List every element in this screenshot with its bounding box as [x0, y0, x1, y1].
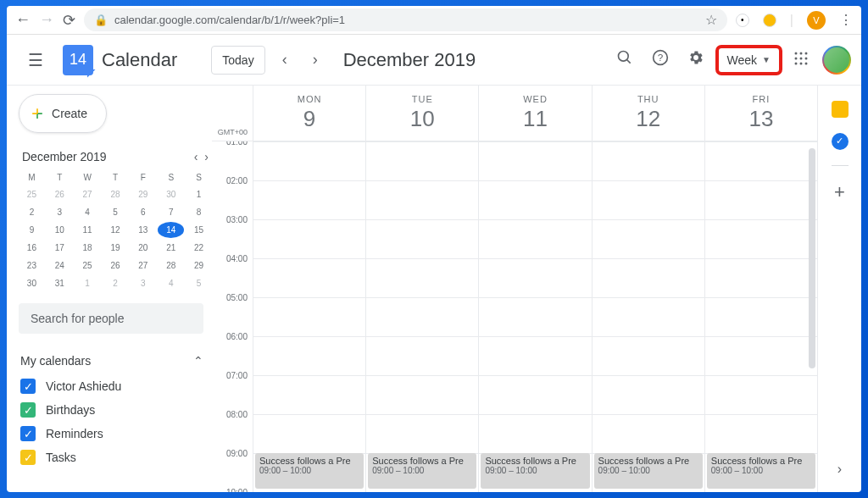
calendar-event[interactable]: Success follows a Pre09:00 – 10:00	[481, 453, 589, 489]
my-calendars-header[interactable]: My calendars ⌃	[19, 351, 212, 374]
mini-next-button[interactable]: ›	[204, 150, 209, 163]
checkbox-icon[interactable]: ✓	[20, 426, 36, 441]
hour-cell[interactable]	[705, 180, 817, 219]
hour-cell[interactable]	[593, 141, 704, 180]
mini-day[interactable]: 10	[47, 222, 73, 238]
today-button[interactable]: Today	[211, 46, 264, 75]
hour-cell[interactable]	[253, 297, 365, 336]
hour-cell[interactable]	[593, 375, 704, 414]
hour-cell[interactable]	[366, 375, 478, 414]
hour-cell[interactable]	[705, 297, 817, 336]
mini-day[interactable]: 29	[130, 186, 156, 202]
hour-cell[interactable]	[366, 180, 478, 219]
mini-day[interactable]: 18	[75, 240, 101, 256]
time-grid[interactable]: 01:0002:0003:0004:0005:0006:0007:0008:00…	[212, 141, 817, 492]
extension-icon-2[interactable]	[763, 14, 776, 27]
tasks-icon[interactable]	[832, 133, 849, 150]
back-button[interactable]: ←	[15, 11, 31, 29]
hour-cell[interactable]	[366, 141, 478, 180]
forward-button[interactable]: →	[39, 11, 54, 29]
hour-cell[interactable]	[479, 375, 591, 414]
mini-day[interactable]: 6	[130, 204, 156, 220]
search-icon[interactable]	[611, 44, 638, 75]
view-switcher-dropdown[interactable]: Week ▼	[718, 47, 780, 73]
search-people-input[interactable]: Search for people	[19, 303, 203, 334]
google-apps-icon[interactable]	[788, 46, 814, 75]
hour-cell[interactable]	[593, 297, 704, 336]
mini-day[interactable]: 28	[103, 186, 129, 202]
mini-day[interactable]: 17	[47, 240, 73, 256]
calendar-item[interactable]: ✓Birthdays	[19, 398, 212, 422]
mini-day[interactable]: 24	[47, 257, 73, 274]
hour-cell[interactable]	[705, 258, 817, 297]
mini-day[interactable]: 12	[103, 222, 129, 238]
hour-cell[interactable]	[479, 258, 591, 297]
day-header[interactable]: FRI13	[704, 86, 817, 141]
day-column[interactable]: Success follows a Pre09:00 – 10:00	[592, 141, 704, 492]
hour-cell[interactable]	[366, 297, 478, 336]
calendar-event[interactable]: Success follows a Pre09:00 – 10:00	[594, 453, 703, 489]
extension-icon-1[interactable]: •	[736, 14, 749, 27]
hour-cell[interactable]	[253, 414, 365, 453]
mini-day[interactable]: 30	[158, 186, 184, 202]
mini-day[interactable]: 8	[186, 204, 212, 220]
hour-cell[interactable]	[253, 375, 365, 414]
hour-cell[interactable]	[705, 336, 817, 375]
mini-day[interactable]: 20	[130, 240, 156, 256]
day-header[interactable]: TUE10	[365, 86, 478, 141]
mini-day[interactable]: 5	[186, 275, 212, 291]
mini-day[interactable]: 27	[75, 186, 101, 202]
mini-day[interactable]: 5	[103, 204, 129, 220]
calendar-event[interactable]: Success follows a Pre09:00 – 10:00	[368, 453, 476, 489]
mini-day[interactable]: 7	[158, 204, 184, 220]
mini-day[interactable]: 21	[158, 240, 184, 256]
hour-cell[interactable]	[479, 297, 591, 336]
mini-day[interactable]: 3	[130, 275, 156, 291]
hour-cell[interactable]	[705, 219, 817, 258]
browser-profile-avatar[interactable]: V	[807, 11, 826, 30]
hour-cell[interactable]	[366, 219, 478, 258]
mini-day[interactable]: 30	[19, 275, 45, 291]
next-period-button[interactable]: ›	[304, 47, 326, 72]
mini-day[interactable]: 4	[158, 275, 184, 291]
mini-day[interactable]: 26	[103, 257, 129, 274]
calendar-item[interactable]: ✓Reminders	[19, 422, 212, 445]
mini-day[interactable]: 19	[103, 240, 129, 256]
account-avatar[interactable]	[822, 46, 851, 75]
reload-button[interactable]: ⟳	[63, 11, 75, 30]
mini-day[interactable]: 14	[158, 222, 184, 238]
hour-cell[interactable]	[705, 141, 817, 180]
mini-day[interactable]: 25	[75, 257, 101, 274]
hour-cell[interactable]	[479, 219, 591, 258]
calendar-event[interactable]: Success follows a Pre09:00 – 10:00	[707, 453, 815, 489]
add-addon-button[interactable]: +	[834, 181, 845, 203]
hour-cell[interactable]	[253, 219, 365, 258]
hour-cell[interactable]	[253, 258, 365, 297]
hour-cell[interactable]	[479, 414, 591, 453]
mini-day[interactable]: 26	[47, 186, 73, 202]
hour-cell[interactable]	[366, 414, 478, 453]
star-icon[interactable]: ☆	[705, 12, 717, 28]
mini-day[interactable]: 9	[19, 222, 45, 238]
hour-cell[interactable]	[479, 180, 591, 219]
hour-cell[interactable]	[593, 219, 704, 258]
address-bar[interactable]: 🔒 calendar.google.com/calendar/b/1/r/wee…	[84, 8, 727, 31]
calendar-event[interactable]: Success follows a Pre09:00 – 10:00	[255, 453, 364, 489]
hour-cell[interactable]	[479, 141, 591, 180]
day-header[interactable]: MON9	[253, 86, 365, 141]
hour-cell[interactable]	[479, 336, 591, 375]
hour-cell[interactable]	[593, 336, 704, 375]
mini-day[interactable]: 23	[19, 257, 45, 274]
hour-cell[interactable]	[593, 414, 704, 453]
main-menu-icon[interactable]: ☰	[17, 50, 54, 70]
day-column[interactable]: Success follows a Pre09:00 – 10:00	[704, 141, 817, 492]
help-icon[interactable]: ?	[647, 44, 674, 75]
calendar-item[interactable]: ✓Victor Ashiedu	[19, 374, 212, 398]
mini-day[interactable]: 28	[158, 257, 184, 274]
prev-period-button[interactable]: ‹	[274, 47, 296, 72]
mini-day[interactable]: 15	[186, 222, 212, 238]
keep-icon[interactable]	[832, 101, 849, 118]
day-column[interactable]: Success follows a Pre09:00 – 10:00	[478, 141, 591, 492]
create-button[interactable]: + Create	[19, 94, 107, 133]
hour-cell[interactable]	[705, 375, 817, 414]
